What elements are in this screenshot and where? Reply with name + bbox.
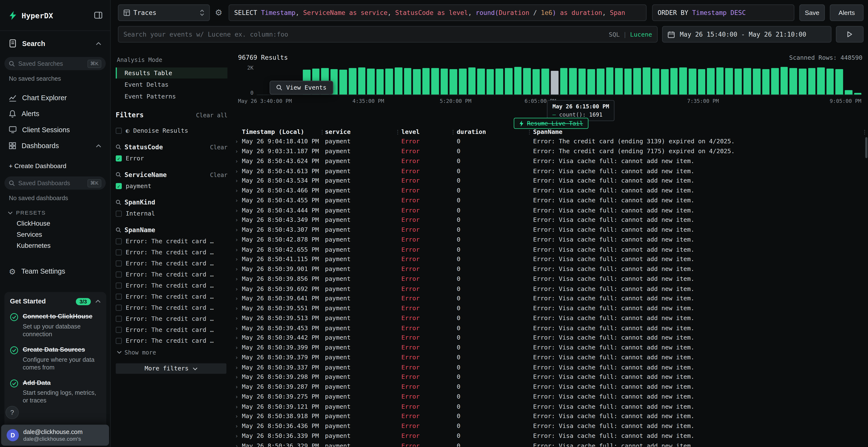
histogram-bar[interactable] bbox=[854, 93, 862, 95]
table-row[interactable]: ›May 26 9:04:18.410 PMpaymentError0Error… bbox=[231, 137, 868, 146]
table-row[interactable]: ›May 26 8:50:39.298 PMpaymentError0Error… bbox=[231, 372, 868, 382]
filter-option[interactable]: Error: The credit card … bbox=[116, 282, 227, 289]
analysis-mode-tab[interactable]: Event Deltas bbox=[116, 79, 227, 90]
column-header-level[interactable]: level bbox=[401, 128, 450, 136]
histogram-bar[interactable] bbox=[762, 69, 770, 95]
row-expand-chevron-icon[interactable]: › bbox=[231, 305, 242, 311]
more-filters-button[interactable]: More filters bbox=[116, 363, 226, 374]
histogram-bar[interactable] bbox=[817, 68, 825, 95]
saved-dashboards-search[interactable]: ⌘K bbox=[4, 176, 105, 190]
save-button[interactable]: Save bbox=[799, 4, 825, 21]
row-expand-chevron-icon[interactable]: › bbox=[231, 296, 242, 302]
row-expand-chevron-icon[interactable]: › bbox=[231, 178, 242, 184]
histogram-bar[interactable] bbox=[422, 68, 430, 94]
create-dashboard-button[interactable]: + Create Dashboard bbox=[9, 163, 110, 169]
table-row[interactable]: ›May 26 8:50:39.513 PMpaymentError0Error… bbox=[231, 313, 868, 323]
histogram-bar[interactable] bbox=[707, 68, 714, 94]
histogram-bar[interactable] bbox=[615, 68, 623, 94]
checkbox-icon[interactable] bbox=[116, 316, 122, 322]
checkbox-icon[interactable] bbox=[116, 238, 122, 244]
checkbox-icon[interactable] bbox=[116, 211, 122, 217]
live-tail-play-button[interactable] bbox=[836, 26, 864, 43]
checkbox-icon[interactable]: ✓ bbox=[116, 156, 122, 161]
filter-option[interactable]: ✓payment bbox=[116, 182, 227, 190]
histogram-bar[interactable] bbox=[413, 69, 421, 95]
checkbox-icon[interactable] bbox=[116, 249, 122, 255]
table-row[interactable]: ›May 26 8:50:36.339 PMpaymentError0Error… bbox=[231, 431, 868, 441]
column-resize-handle[interactable]: ⋮ bbox=[319, 129, 325, 135]
preset-item[interactable]: Kubernetes bbox=[0, 240, 110, 251]
language-lucene-toggle[interactable]: Lucene bbox=[630, 31, 652, 38]
row-expand-chevron-icon[interactable]: › bbox=[231, 276, 242, 282]
sql-query-editor[interactable]: SELECT Timestamp, ServiceName as service… bbox=[228, 4, 646, 21]
table-row[interactable]: ›May 26 8:50:43.534 PMpaymentError0Error… bbox=[231, 176, 868, 186]
row-expand-chevron-icon[interactable]: › bbox=[231, 374, 242, 380]
sidebar-item-search[interactable]: Search bbox=[0, 35, 110, 51]
language-sql-toggle[interactable]: SQL bbox=[609, 31, 620, 38]
histogram-bar[interactable] bbox=[835, 69, 843, 94]
preset-item[interactable]: ClickHouse bbox=[0, 218, 110, 229]
row-expand-chevron-icon[interactable]: › bbox=[231, 325, 242, 331]
histogram-bar[interactable] bbox=[799, 69, 806, 94]
histogram-bar[interactable] bbox=[340, 69, 347, 94]
histogram-bar[interactable] bbox=[670, 68, 678, 95]
source-settings-gear-icon[interactable]: ⚙ bbox=[214, 8, 223, 18]
checkbox-icon[interactable] bbox=[116, 271, 122, 277]
column-header-duration[interactable]: duration bbox=[457, 128, 526, 136]
analysis-mode-tab[interactable]: Results Table bbox=[116, 67, 227, 78]
get-started-item[interactable]: Create Data Sources Configure where your… bbox=[10, 346, 101, 372]
resume-live-tail-button[interactable]: Resume Live Tail bbox=[514, 118, 589, 129]
table-row[interactable]: ›May 26 8:50:39.275 PMpaymentError0Error… bbox=[231, 392, 868, 402]
row-expand-chevron-icon[interactable]: › bbox=[231, 227, 242, 233]
histogram-bar[interactable] bbox=[826, 68, 834, 94]
histogram-bar[interactable] bbox=[487, 69, 494, 94]
table-row[interactable]: ›May 26 8:50:39.287 PMpaymentError0Error… bbox=[231, 382, 868, 392]
row-expand-chevron-icon[interactable]: › bbox=[231, 207, 242, 213]
histogram-bar[interactable] bbox=[808, 68, 815, 95]
table-row[interactable]: ›May 26 8:50:39.901 PMpaymentError0Error… bbox=[231, 264, 868, 274]
column-resize-handle[interactable]: ⋮ bbox=[394, 129, 401, 135]
histogram-bar[interactable] bbox=[606, 68, 613, 95]
histogram-bar[interactable] bbox=[358, 67, 365, 95]
show-more-link[interactable]: Show more bbox=[117, 349, 227, 356]
scrollbar-thumb[interactable] bbox=[865, 137, 868, 158]
row-expand-chevron-icon[interactable]: › bbox=[231, 384, 242, 390]
column-header-spanname[interactable]: SpanName bbox=[533, 128, 861, 136]
get-started-item[interactable]: Add Data Start sending logs, metrics, or… bbox=[10, 379, 101, 405]
saved-dashboards-input[interactable] bbox=[18, 180, 84, 186]
table-row[interactable]: ›May 26 8:50:42.655 PMpaymentError0Error… bbox=[231, 244, 868, 254]
histogram-bar[interactable] bbox=[633, 68, 641, 95]
histogram-bar[interactable] bbox=[845, 90, 852, 94]
column-resize-handle[interactable]: ⋮ bbox=[526, 129, 533, 135]
checkbox-icon[interactable] bbox=[116, 327, 122, 333]
filter-option[interactable]: Error: The credit card … bbox=[116, 293, 227, 300]
order-by-editor[interactable]: ORDER BY Timestamp DESC bbox=[652, 4, 795, 21]
column-header-service[interactable]: service bbox=[325, 128, 394, 136]
row-expand-chevron-icon[interactable]: › bbox=[231, 433, 242, 439]
table-row[interactable]: ›May 26 8:50:43.444 PMpaymentError0Error… bbox=[231, 205, 868, 215]
histogram-bar[interactable] bbox=[560, 68, 567, 95]
histogram-bar[interactable] bbox=[698, 69, 705, 94]
sidebar-item-team-settings[interactable]: ⚙ Team Settings bbox=[0, 263, 110, 279]
table-row[interactable]: ›May 26 8:50:39.641 PMpaymentError0Error… bbox=[231, 294, 868, 304]
table-row[interactable]: ›May 26 8:50:42.878 PMpaymentError0Error… bbox=[231, 235, 868, 245]
table-row[interactable]: ›May 26 8:50:39.453 PMpaymentError0Error… bbox=[231, 323, 868, 333]
table-row[interactable]: ›May 26 8:50:43.466 PMpaymentError0Error… bbox=[231, 186, 868, 196]
source-select[interactable]: Traces bbox=[118, 4, 210, 21]
row-expand-chevron-icon[interactable]: › bbox=[231, 256, 242, 262]
histogram-bar[interactable] bbox=[514, 67, 522, 94]
row-expand-chevron-icon[interactable]: › bbox=[231, 443, 242, 447]
histogram-bar[interactable] bbox=[551, 71, 558, 95]
help-button[interactable]: ? bbox=[5, 406, 19, 419]
histogram-bar[interactable] bbox=[597, 68, 604, 94]
presets-toggle[interactable]: PRESETS bbox=[8, 209, 110, 215]
histogram-bar[interactable] bbox=[385, 68, 393, 95]
row-expand-chevron-icon[interactable]: › bbox=[231, 158, 242, 164]
histogram-bar[interactable] bbox=[367, 68, 374, 94]
histogram-bar[interactable] bbox=[523, 68, 531, 94]
table-row[interactable]: ›May 26 9:03:31.187 PMpaymentError0Error… bbox=[231, 146, 868, 156]
chevron-up-icon[interactable] bbox=[95, 300, 101, 303]
histogram-bar[interactable] bbox=[541, 68, 549, 95]
filter-option[interactable]: Error: The credit card … bbox=[116, 326, 227, 334]
filter-option[interactable]: Error: The credit card … bbox=[116, 238, 227, 245]
